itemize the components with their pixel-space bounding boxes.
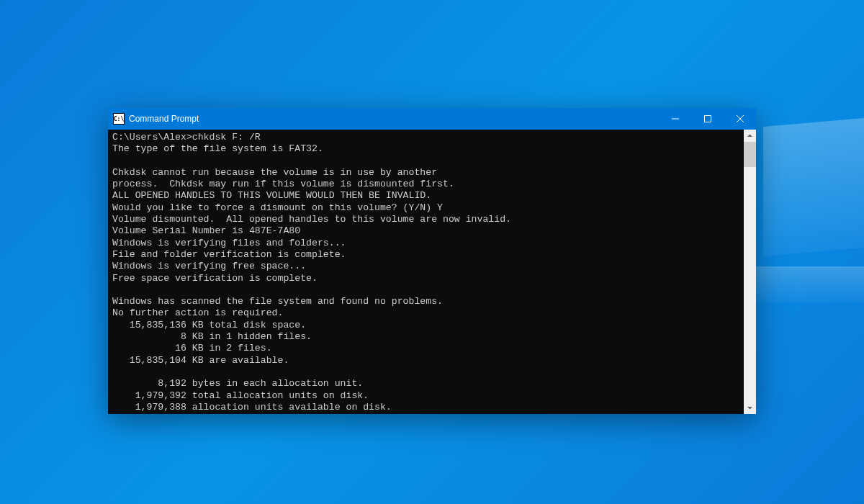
vertical-scrollbar[interactable]: [744, 130, 756, 414]
scroll-track[interactable]: [744, 142, 756, 402]
terminal-body: C:\Users\Alex>chkdsk F: /R The type of t…: [108, 130, 756, 414]
window-title: Command Prompt: [129, 114, 199, 124]
terminal-output[interactable]: C:\Users\Alex>chkdsk F: /R The type of t…: [108, 130, 744, 414]
scroll-thumb[interactable]: [744, 142, 756, 167]
chevron-down-icon: [747, 405, 752, 410]
scroll-down-button[interactable]: [744, 402, 756, 414]
app-icon: C:\: [113, 113, 125, 125]
minimize-icon: [672, 115, 679, 122]
command-prompt-window: C:\ Command Prompt C:\Users\Alex>chkdsk …: [108, 108, 756, 414]
close-button[interactable]: [724, 108, 756, 130]
minimize-button[interactable]: [659, 108, 691, 130]
scroll-up-button[interactable]: [744, 130, 756, 142]
wallpaper-light-2: [756, 266, 864, 302]
titlebar[interactable]: C:\ Command Prompt: [108, 108, 756, 130]
chevron-up-icon: [747, 133, 752, 138]
close-icon: [737, 115, 744, 122]
maximize-button[interactable]: [691, 108, 724, 130]
svg-rect-1: [704, 116, 711, 122]
maximize-icon: [704, 115, 711, 122]
wallpaper-light-1: [763, 118, 864, 256]
